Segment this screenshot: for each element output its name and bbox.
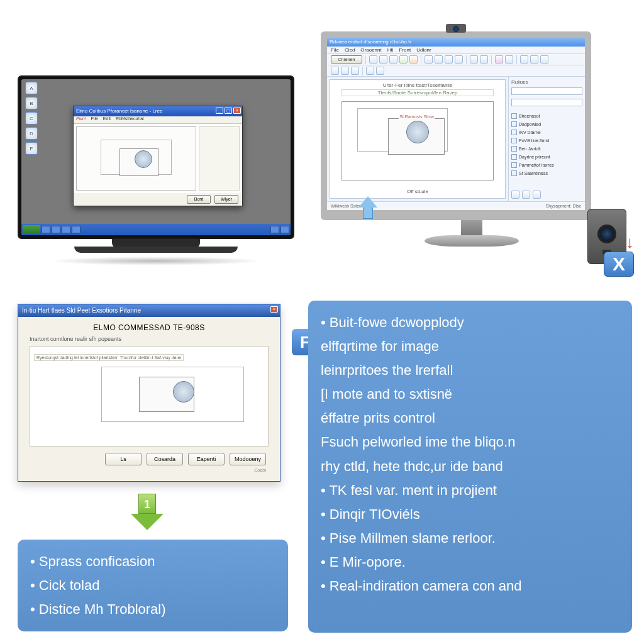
toolbar-icon[interactable] (351, 67, 359, 75)
toolbar-icon[interactable] (369, 55, 377, 64)
callout-line: rhy ctld, hete thdc,ur ide band (321, 456, 619, 477)
tree-item[interactable]: INV Dtarrel (511, 129, 582, 136)
ql-icon[interactable]: A (25, 82, 38, 94)
desktop: A B C D E Elmo Colibus Pforanect Isanone… (21, 79, 291, 224)
side-pane: Ruliues Bheenasot Dadpowlad INV Dtarrel … (508, 77, 585, 201)
canvas-subtitle: Ttenls/Snote Sotresropol/fen Ravep (341, 89, 494, 96)
sidepane-tool-icon[interactable] (511, 191, 519, 199)
toolbar-icon[interactable] (409, 55, 418, 64)
toolbar-icon[interactable] (470, 55, 478, 64)
ql-icon[interactable]: D (25, 127, 38, 140)
toolbar-icon[interactable] (520, 55, 528, 64)
dialog-button[interactable]: Ls (105, 453, 142, 465)
pc-monitor: Rdvnea ecrtod d'sonreeng d.hd-bo.h File … (321, 31, 591, 220)
toolbar-icon[interactable] (399, 55, 408, 64)
start-button[interactable] (23, 225, 40, 234)
inner-window-body (74, 124, 242, 193)
toolbar-icon[interactable] (505, 55, 513, 64)
camera-lens-icon (597, 225, 616, 243)
sidepane-tool-icon[interactable] (533, 191, 541, 199)
callout-line: éffatre prits control (321, 408, 619, 429)
toolbar-icon[interactable] (341, 67, 349, 75)
tab-label[interactable]: RbMsthecohal (116, 116, 144, 123)
upload-arrow-icon (358, 196, 377, 219)
x-badge[interactable]: X (604, 252, 634, 277)
ql-icon[interactable]: E (25, 142, 38, 155)
dialog-button[interactable]: Cosarda (147, 453, 183, 465)
tree-item[interactable]: Dayrine prireunt (511, 153, 582, 160)
inner-window-titlebar[interactable]: Elmo Colibus Pforanect Isanone - Lree _ … (74, 106, 242, 116)
tree-item-label: St Saarrdiness (519, 171, 548, 175)
toolbar-icon[interactable] (455, 55, 463, 64)
menu-item[interactable]: Front (399, 47, 411, 53)
download-arrow-icon: ↓ (626, 233, 634, 252)
diagram: St Ramosts Stma (341, 101, 494, 180)
sidepane-tool-icon[interactable] (522, 191, 530, 199)
minimize-icon[interactable]: _ (216, 108, 223, 114)
sidepane-dropdown[interactable] (511, 99, 582, 106)
toolbar-icon[interactable] (480, 55, 488, 64)
sidepane-heading: Ruliues (511, 79, 582, 85)
toolbar-icon[interactable] (379, 55, 387, 64)
menu-item[interactable]: File (331, 47, 339, 53)
tray-icon[interactable] (280, 226, 289, 233)
app-toolbar-1: Chrenen (327, 54, 585, 65)
tree-item-label: Dayrine prireunt (519, 155, 550, 159)
menu-item[interactable]: Udlonr (416, 47, 431, 53)
tree-item[interactable]: PoVB line-finnd (511, 137, 582, 144)
taskbar-item[interactable] (62, 226, 70, 233)
maximize-icon[interactable]: ▢ (225, 108, 232, 114)
folder-icon (511, 170, 517, 176)
toolbar-icon[interactable] (435, 55, 443, 64)
toolbar-icon[interactable] (540, 55, 548, 64)
taskbar-item[interactable] (72, 226, 80, 233)
toolbar-icon[interactable] (425, 55, 433, 64)
callout-line: leinrpritoes the lrerfall (321, 360, 619, 381)
quicklaunch-column: A B C D E (25, 82, 38, 155)
menu-item[interactable]: Cied (345, 47, 355, 53)
close-icon[interactable]: × (270, 306, 278, 313)
pc-monitor-panel: Rdvnea ecrtod d'sonreeng d.hd-bo.h File … (314, 31, 629, 270)
tree-item[interactable]: St Saarrdiness (511, 170, 582, 177)
ql-icon[interactable]: C (25, 112, 38, 125)
app-title: Rdvnea ecrtod d'sonreeng d.hd-bo.h (330, 39, 411, 45)
toolbar-icon[interactable] (331, 67, 339, 75)
ok-button[interactable]: Bont (187, 195, 211, 204)
cancel-button[interactable]: Wlyer (214, 195, 238, 204)
canvas[interactable]: Uhsr-Fer Itline ttastrToseittanile Ttenl… (330, 79, 506, 199)
tree-item[interactable]: Pammettof Iturres (511, 162, 582, 169)
toolbar-icon[interactable] (376, 67, 384, 75)
tree-item[interactable]: Ben Janiolt (511, 145, 582, 152)
close-icon[interactable]: × (233, 108, 241, 114)
dialog-button[interactable]: Modooeny (230, 453, 266, 465)
menu-item[interactable]: Edit (103, 116, 111, 123)
menu-item[interactable]: Htl (387, 47, 394, 53)
toolbar-icon[interactable] (495, 55, 503, 64)
dialog-button[interactable]: Eapenti (188, 453, 225, 465)
tree-item[interactable]: Dadpowlad (511, 121, 582, 128)
callout-large: Buit-fowe dcwopplody elffqrtime for imag… (308, 301, 632, 633)
toolbar-icon[interactable] (366, 67, 374, 75)
taskbar-item[interactable] (42, 226, 50, 233)
toolbar-icon[interactable] (389, 55, 397, 64)
toolbar-icon[interactable] (445, 55, 453, 64)
dialog-titlebar[interactable]: In-tiu Hart tlaes Sld Peet Exsotiors Pit… (18, 304, 280, 317)
monitor-foot (425, 235, 519, 247)
side-panel (199, 126, 240, 191)
app-titlebar[interactable]: Rdvnea ecrtod d'sonreeng d.hd-bo.h (327, 38, 585, 47)
taskbar-item[interactable] (52, 226, 60, 233)
toolbar-icon[interactable] (530, 55, 538, 64)
taskbar[interactable] (21, 224, 291, 235)
sidepane-dropdown[interactable] (511, 87, 582, 95)
dialog-diagram-panel: Ryestongst dading tel innettstof pilarts… (30, 346, 269, 447)
toolbar-dropdown[interactable]: Chrenen (331, 55, 362, 64)
callout-bullet: Real-indiration camera con and (321, 575, 619, 597)
app-toolbar-2 (327, 65, 585, 77)
tray-icon[interactable] (270, 226, 279, 233)
folder-icon (511, 138, 517, 143)
tree-item[interactable]: Bheenasot (511, 113, 582, 119)
menu-item[interactable]: Oraoennt (360, 47, 381, 53)
brand-label: Pwn! (76, 116, 86, 123)
ql-icon[interactable]: B (25, 97, 38, 109)
menu-item[interactable]: File (91, 116, 98, 123)
